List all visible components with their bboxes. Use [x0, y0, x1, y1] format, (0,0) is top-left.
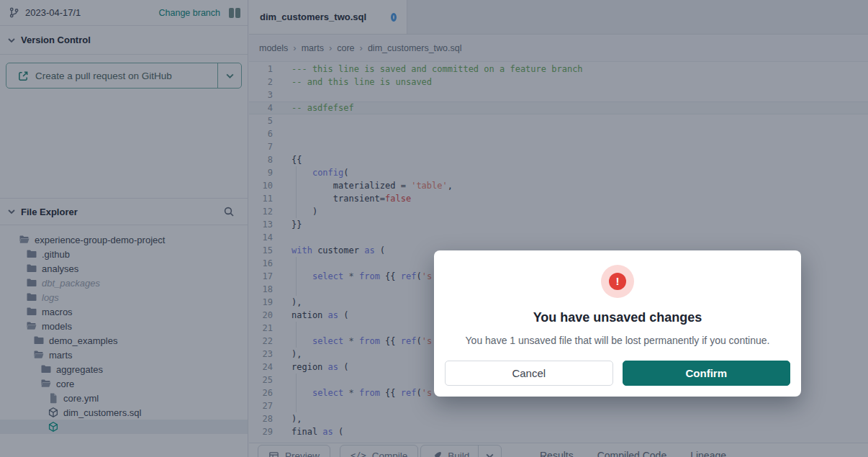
dbt-ide-app: 2023-04-17/1 Change branch Version Contr…: [0, 0, 868, 457]
confirm-button[interactable]: Confirm: [623, 361, 791, 386]
error-icon-halo: !: [601, 265, 634, 298]
dialog-actions: Cancel Confirm: [445, 361, 790, 386]
dialog-title: You have unsaved changes: [434, 310, 801, 325]
cancel-button[interactable]: Cancel: [445, 361, 613, 386]
error-icon: !: [609, 273, 626, 290]
unsaved-changes-dialog: ! You have unsaved changes You have 1 un…: [434, 250, 801, 397]
dialog-message: You have 1 unsaved file that will be los…: [434, 335, 801, 346]
